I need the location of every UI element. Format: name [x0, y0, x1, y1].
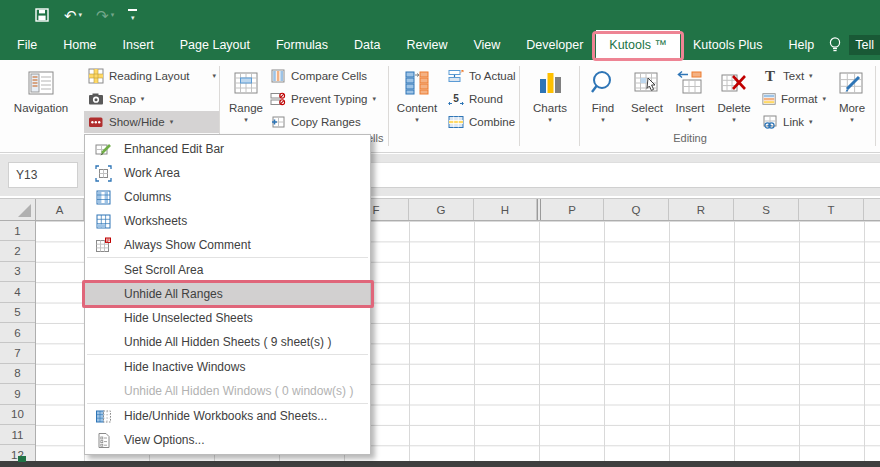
to-actual-icon: [448, 68, 464, 84]
customize-quick-access-button[interactable]: ▾: [128, 9, 137, 22]
tab-page-layout[interactable]: Page Layout: [167, 30, 263, 60]
tab-help[interactable]: Help: [775, 30, 827, 60]
tab-formulas[interactable]: Formulas: [263, 30, 341, 60]
chevron-down-icon: ▾: [141, 95, 145, 103]
delete-button[interactable]: Delete ▾: [712, 64, 756, 134]
more-button[interactable]: More ▾: [831, 64, 873, 134]
content-buttons-column: To Actual 5 Round Combine: [444, 65, 520, 133]
select-all-corner[interactable]: [0, 199, 36, 220]
menu-item-always-show-comment[interactable]: Always Show Comment: [85, 233, 370, 257]
menu-item-unhide-all-hidden-windows[interactable]: Unhide All Hidden Windows ( 0 window(s) …: [85, 379, 370, 403]
tab-kutools-plus[interactable]: Kutools Plus: [680, 30, 775, 60]
view-options-icon: [95, 432, 112, 449]
column-header-a[interactable]: A: [36, 199, 84, 220]
menu-item-label: Hide/Unhide Workbooks and Sheets...: [124, 409, 327, 423]
redo-icon: ↷: [96, 8, 109, 23]
tell-me-box[interactable]: Tell: [828, 30, 880, 60]
row-header-8[interactable]: 8: [0, 364, 35, 384]
row-header-1[interactable]: 1: [0, 221, 35, 241]
menu-item-enhanced-edit-bar[interactable]: Enhanced Edit Bar: [85, 137, 370, 161]
column-header-t[interactable]: T: [799, 199, 864, 220]
row-header-4[interactable]: 4: [0, 282, 35, 302]
tab-review[interactable]: Review: [393, 30, 460, 60]
round-button[interactable]: 5 Round: [444, 88, 520, 110]
menu-item-work-area[interactable]: Work Area: [85, 161, 370, 185]
chevron-down-icon: ▾: [373, 95, 377, 103]
tab-view[interactable]: View: [460, 30, 513, 60]
undo-icon: ↶: [64, 8, 77, 23]
find-button[interactable]: Find ▾: [583, 64, 623, 134]
copy-ranges-button[interactable]: Copy Ranges: [266, 111, 386, 133]
link-button[interactable]: Link ▾: [758, 111, 830, 133]
navigation-button[interactable]: Navigation: [8, 64, 74, 134]
link-label: Link: [783, 116, 804, 128]
row-header-7[interactable]: 7: [0, 343, 35, 363]
insert-button[interactable]: Insert ▾: [670, 64, 710, 134]
lightbulb-icon: [828, 36, 842, 54]
undo-button[interactable]: ↶ ▾: [64, 8, 82, 23]
column-header-q[interactable]: Q: [604, 199, 669, 220]
column-header-s[interactable]: S: [734, 199, 799, 220]
text-button[interactable]: T Text ▾: [758, 65, 830, 87]
menu-item-columns[interactable]: Columns: [85, 185, 370, 209]
column-header-h[interactable]: H: [474, 199, 537, 220]
excel-window: ↶ ▾ ↷ ▾ ▾ File Home Insert Page Layout F…: [0, 0, 880, 467]
tab-home[interactable]: Home: [50, 30, 109, 60]
snap-button[interactable]: Snap ▾: [84, 88, 220, 110]
menu-item-hide-unselected-sheets[interactable]: Hide Unselected Sheets: [85, 306, 370, 330]
insert-label: Insert: [676, 102, 705, 115]
prevent-typing-button[interactable]: Prevent Typing ▾: [266, 88, 386, 110]
column-header-g[interactable]: G: [409, 199, 474, 220]
round-label: Round: [469, 93, 503, 105]
combine-button[interactable]: Combine: [444, 111, 520, 133]
link-icon: [762, 114, 778, 130]
select-button[interactable]: Select ▾: [625, 64, 669, 134]
row-header-3[interactable]: 3: [0, 262, 35, 282]
tab-file[interactable]: File: [4, 30, 50, 60]
menu-item-label: Set Scroll Area: [124, 263, 203, 277]
delete-label: Delete: [717, 102, 750, 115]
content-button[interactable]: Content ▾: [392, 64, 442, 134]
to-actual-button[interactable]: To Actual: [444, 65, 520, 87]
tab-data[interactable]: Data: [341, 30, 393, 60]
row-header-2[interactable]: 2: [0, 241, 35, 261]
menu-item-worksheets[interactable]: Worksheets: [85, 209, 370, 233]
row-header-10[interactable]: 10: [0, 405, 35, 425]
column-header-p[interactable]: P: [541, 199, 604, 220]
chevron-down-icon: ▾: [688, 115, 692, 124]
always-show-comment-icon: [95, 237, 112, 254]
compare-cells-icon: [270, 68, 286, 84]
chevron-down-icon: ▾: [131, 14, 135, 22]
row-header-11[interactable]: 11: [0, 425, 35, 445]
show-hide-button[interactable]: Show/Hide ▾: [84, 111, 220, 133]
compare-cells-button[interactable]: Compare Cells: [266, 65, 386, 87]
name-box[interactable]: Y13: [8, 162, 78, 188]
ribbon-separator: [579, 66, 580, 146]
row-header-6[interactable]: 6: [0, 323, 35, 343]
menu-item-hide-inactive-windows[interactable]: Hide Inactive Windows: [85, 355, 370, 379]
enhanced-edit-bar-icon: [95, 141, 112, 158]
menu-item-unhide-all-ranges[interactable]: Unhide All Ranges: [85, 282, 370, 306]
row-header-9[interactable]: 9: [0, 384, 35, 404]
tab-insert[interactable]: Insert: [110, 30, 167, 60]
menu-item-set-scroll-area[interactable]: Set Scroll Area: [85, 258, 370, 282]
tab-kutools[interactable]: Kutools ™: [596, 30, 680, 60]
menu-item-view-options[interactable]: View Options...: [85, 428, 370, 452]
charts-label: Charts: [533, 102, 567, 115]
tab-developer[interactable]: Developer: [513, 30, 596, 60]
format-button[interactable]: Format ▾: [758, 88, 830, 110]
menu-item-label: View Options...: [124, 433, 204, 447]
redo-button[interactable]: ↷ ▾: [96, 8, 114, 23]
column-header-r[interactable]: R: [669, 199, 734, 220]
charts-button[interactable]: Charts ▾: [524, 64, 576, 134]
menu-item-label: Worksheets: [124, 214, 187, 228]
reading-layout-button[interactable]: Reading Layout ▾: [84, 65, 220, 87]
row-header-5[interactable]: 5: [0, 303, 35, 323]
range-button[interactable]: Range ▾: [223, 64, 269, 134]
delete-cells-icon: [719, 68, 749, 98]
row-header-column: 1 2 3 4 5 6 7 8 9 10 11 12: [0, 221, 36, 467]
menu-item-unhide-all-hidden-sheets[interactable]: Unhide All Hidden Sheets ( 9 sheet(s) ): [85, 330, 370, 354]
select-all-triangle-icon: [18, 204, 31, 217]
menu-item-hide-unhide-workbooks-and-sheets[interactable]: Hide/Unhide Workbooks and Sheets...: [85, 404, 370, 428]
save-button[interactable]: [34, 7, 50, 23]
